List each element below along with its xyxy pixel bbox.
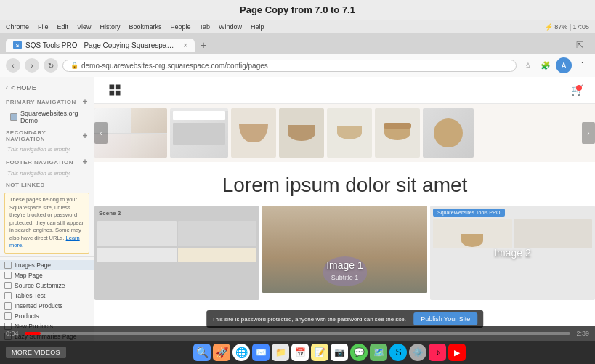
page-list-item-map[interactable]: Map Page <box>0 270 94 280</box>
page-list-item-images[interactable]: Images Page <box>0 260 94 270</box>
image-cell-1[interactable]: Image 1 Subtitle 1 <box>262 206 427 293</box>
menu-history[interactable]: History <box>100 23 120 31</box>
profile-icon[interactable]: A <box>556 57 572 73</box>
menu-chrome[interactable]: Chrome <box>6 23 29 31</box>
page-icon <box>10 113 17 121</box>
squarespace-logo <box>106 81 124 99</box>
progress-bar-fill <box>25 332 41 335</box>
squarespace-logo-svg <box>108 83 122 97</box>
menu-tab[interactable]: Tab <box>199 23 210 31</box>
more-videos-button[interactable]: MORE VIDEOS <box>6 347 66 358</box>
page-label-source: Source Customize <box>15 282 65 289</box>
sidebar: ‹ < HOME PRIMARY NAVIGATION + Squarewebs… <box>0 77 94 364</box>
menu-edit[interactable]: Edit <box>57 23 69 31</box>
page-label-images: Images Page <box>15 262 51 269</box>
page-label-products: Products <box>15 312 39 320</box>
menu-bar: Chrome File Edit View History Bookmarks … <box>0 20 595 33</box>
dock-icon-launchpad[interactable]: 🚀 <box>213 344 230 361</box>
scene-label: Scene 2 <box>94 206 259 221</box>
not-linked-notice: These pages belong to your Squarespace s… <box>4 193 89 254</box>
secondary-nav-empty: This navigation is empty. <box>0 144 94 155</box>
gallery-strip: ‹ <box>94 104 595 162</box>
gallery-thumb-bowl-3[interactable] <box>327 108 372 158</box>
lock-icon: 🔒 <box>70 62 78 69</box>
image-grid-screenshot-right: SquareWebsites Tools PRO Image 2 <box>430 206 595 300</box>
progress-bar-container[interactable] <box>25 332 571 335</box>
reload-button[interactable]: ↻ <box>44 58 58 73</box>
dock-icon-mail[interactable]: ✉️ <box>252 344 270 361</box>
dock-icon-chrome[interactable]: 🌐 <box>232 344 250 361</box>
dock-icon-finder[interactable]: 🔍 <box>193 344 211 361</box>
dock-icon-settings[interactable]: ⚙️ <box>409 344 426 361</box>
address-bar[interactable]: 🔒 demo-squarewebsites-org.squarespace.co… <box>62 60 517 72</box>
extensions-icon[interactable]: 🧩 <box>538 58 553 73</box>
back-button[interactable]: ‹ <box>6 58 20 73</box>
dock-icon-itunes[interactable]: ♪ <box>429 344 446 361</box>
footer-nav-empty: This navigation is empty. <box>0 168 94 179</box>
dock-icon-notes[interactable]: 📝 <box>311 344 328 361</box>
active-tab[interactable]: S SQS Tools PRO - Page Copying Squarespa… <box>6 39 195 52</box>
gallery-prev-button[interactable]: ‹ <box>94 122 108 144</box>
page-list-item-inserted[interactable]: Inserted Products <box>0 301 94 311</box>
restore-icon[interactable]: ⇱ <box>576 40 583 50</box>
secondary-nav-add-button[interactable]: + <box>82 132 88 140</box>
dock-icon-skype[interactable]: S <box>389 344 407 361</box>
gallery-thumb-bowl-2[interactable] <box>279 108 324 158</box>
page-top-bar: 🛒 <box>94 77 595 104</box>
primary-nav-label: PRIMARY NAVIGATION <box>6 99 76 105</box>
page-icon-images <box>4 262 12 269</box>
bookmark-star-icon[interactable]: ☆ <box>521 58 535 73</box>
bottom-bar: MORE VIDEOS 🔍 🚀 🌐 ✉️ 📁 📅 📝 📷 💬 <box>0 341 595 364</box>
page-list-item-products[interactable]: Products <box>0 311 94 321</box>
footer-nav-add-button[interactable]: + <box>82 158 88 166</box>
menu-dots-icon[interactable]: ⋮ <box>575 58 589 73</box>
dock-icon-filezilla[interactable]: 📁 <box>272 344 289 361</box>
publish-button[interactable]: Publish Your Site <box>413 312 477 325</box>
sidebar-item-squarewebsites[interactable]: Squarewebsites.org Demo <box>0 108 94 126</box>
menu-file[interactable]: File <box>38 23 49 31</box>
sidebar-home-link[interactable]: ‹ < HOME <box>0 81 94 94</box>
page-list-item-source[interactable]: Source Customize <box>0 280 94 291</box>
footer-nav-label: FOOTER NAVIGATION <box>6 159 73 166</box>
menu-bookmarks[interactable]: Bookmarks <box>129 23 161 31</box>
tab-bar: S SQS Tools PRO - Page Copying Squarespa… <box>0 33 595 54</box>
tab-close-icon[interactable]: × <box>183 41 187 49</box>
primary-nav-section: PRIMARY NAVIGATION + <box>0 94 94 108</box>
gallery-thumb-2[interactable] <box>170 108 228 158</box>
primary-nav-add-button[interactable]: + <box>82 97 88 106</box>
image2-label: Image 2 <box>494 247 531 259</box>
system-status: ⚡ 87% | 17:05 <box>545 23 589 31</box>
menu-people[interactable]: People <box>170 23 190 31</box>
forward-button[interactable]: › <box>25 58 39 73</box>
page-icon-tables <box>4 292 12 299</box>
page-icon-map <box>4 272 12 279</box>
tab-label: SQS Tools PRO - Page Copying Squarespace… <box>25 41 177 49</box>
lorem-text: Lorem ipsum dolor sit amet <box>222 174 468 196</box>
primary-nav-item-label: Squarewebsites.org Demo <box>20 110 88 124</box>
dock-icon-maps[interactable]: 🗺️ <box>370 344 387 361</box>
top-bar-right-icons: 🛒 <box>571 84 583 97</box>
dock-icon-photos[interactable]: 📷 <box>331 344 348 361</box>
svg-rect-3 <box>116 91 121 96</box>
gallery-thumb-3[interactable] <box>423 108 474 158</box>
not-linked-section: NOT LINKED <box>0 179 94 190</box>
page-area: 🛒 ‹ <box>94 77 595 364</box>
progress-area: 0:04 2:39 <box>0 326 595 341</box>
gallery-thumb-bowl-1[interactable] <box>231 108 276 158</box>
menu-help[interactable]: Help <box>251 23 264 31</box>
svg-rect-1 <box>116 85 121 90</box>
not-linked-label: NOT LINKED <box>6 182 45 188</box>
page-label-inserted: Inserted Products <box>15 302 63 310</box>
main-content: ‹ < HOME PRIMARY NAVIGATION + Squarewebs… <box>0 77 595 364</box>
menu-view[interactable]: View <box>77 23 91 31</box>
dock-icon-youtube[interactable]: ▶ <box>448 344 466 361</box>
new-tab-icon[interactable]: + <box>201 39 206 51</box>
nav-right-icons: ☆ 🧩 A ⋮ <box>521 57 589 73</box>
gallery-next-button[interactable]: › <box>582 122 595 144</box>
dock-icon-calendar[interactable]: 📅 <box>291 344 309 361</box>
dock-icon-messages[interactable]: 💬 <box>350 344 368 361</box>
menu-window[interactable]: Window <box>219 23 242 31</box>
password-notice-text: This site is password protected, anyone … <box>212 316 406 323</box>
page-list-item-tables[interactable]: Tables Test <box>0 291 94 301</box>
gallery-thumb-bowl-4[interactable] <box>375 108 420 158</box>
